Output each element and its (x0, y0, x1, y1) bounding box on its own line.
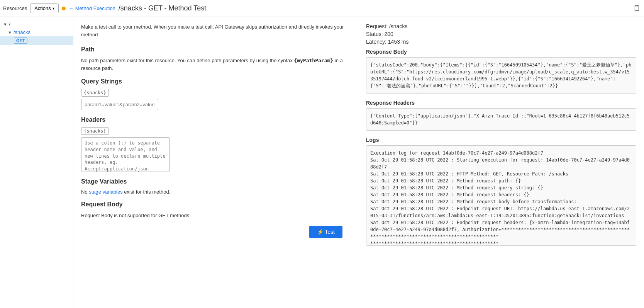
request-body-title: Request Body (81, 201, 350, 208)
response-headers-content: {"Content-Type":["application/json"],"X-… (366, 108, 636, 131)
response-body-content: {"statusCode":200,"body":{"Items":[{"id"… (366, 57, 636, 94)
query-strings-section: Query Strings {snacks} (81, 78, 350, 110)
status-label: Status: 200 (366, 31, 636, 37)
logs-label: Logs (366, 137, 636, 143)
stage-var-text-after: exist for this method. (123, 189, 171, 195)
method-execution-label: Method Execution (75, 5, 115, 11)
right-panel: Request: /snacks Status: 200 Latency: 14… (358, 17, 644, 308)
sidebar: ▼ / ▼ /snacks GET (0, 17, 73, 308)
response-body-label: Response Body (366, 49, 636, 55)
sidebar-item-root[interactable]: ▼ / (0, 20, 73, 28)
actions-button[interactable]: Actions ▾ (30, 3, 59, 13)
resources-label: Resources (3, 5, 27, 11)
stage-variables-link[interactable]: stage variables (89, 189, 122, 195)
path-section: Path No path parameters exist for this r… (81, 46, 350, 72)
intro-text: Make a test call to your method. When yo… (81, 23, 350, 38)
request-body-section: Request Body Request Body is not support… (81, 201, 350, 220)
headers-textarea[interactable] (81, 137, 170, 172)
test-button[interactable]: ⚡ Test (309, 226, 342, 238)
query-strings-label: {snacks} (81, 89, 109, 97)
page-title: /snacks - GET - Method Test (119, 4, 206, 12)
test-button-label: ⚡ Test (317, 229, 335, 235)
main-layout: ▼ / ▼ /snacks GET Make a test call to yo… (0, 17, 644, 308)
arrow-left-icon: ← (69, 5, 74, 11)
doc-icon[interactable]: 🗒 (633, 4, 641, 12)
stage-variables-section: Stage Variables No stage variables exist… (81, 178, 350, 195)
arrow-icon: ▼ (3, 22, 7, 27)
latency-label: Latency: 1453 ms (366, 39, 636, 45)
headers-title: Headers (81, 116, 350, 123)
headers-section: Headers {snacks} (81, 116, 350, 172)
stage-var-text-before: No (81, 189, 89, 195)
headers-label: {snacks} (81, 127, 109, 135)
query-strings-title: Query Strings (81, 78, 350, 85)
sidebar-item-get[interactable]: GET (0, 36, 73, 45)
stage-variables-title: Stage Variables (81, 178, 350, 185)
caret-icon: ▾ (53, 6, 54, 10)
request-body-desc: Request Body is not supported for GET me… (81, 212, 350, 220)
top-bar-right: 🗒 (633, 4, 641, 13)
actions-label: Actions (34, 5, 51, 11)
left-panel: Make a test call to your method. When yo… (73, 17, 358, 308)
method-execution-link[interactable]: ← Method Execution (69, 5, 115, 11)
get-badge[interactable]: GET (14, 37, 27, 44)
path-desc: No path parameters exist for this resour… (81, 57, 350, 72)
query-strings-input[interactable] (81, 99, 158, 110)
request-label: Request: /snacks (366, 23, 636, 29)
status-dot (62, 7, 66, 10)
snacks-label: /snacks (14, 29, 31, 35)
logs-content: Execution log for request 14abf0de-70c7-… (366, 145, 636, 246)
root-slash: / (9, 21, 10, 27)
test-btn-container: ⚡ Test (81, 226, 350, 238)
path-title: Path (81, 46, 350, 53)
top-bar-left: Resources Actions ▾ ← Method Execution /… (3, 3, 206, 13)
response-headers-label: Response Headers (366, 100, 636, 106)
sidebar-item-snacks[interactable]: ▼ /snacks (0, 28, 73, 36)
top-bar: Resources Actions ▾ ← Method Execution /… (0, 0, 644, 17)
stage-variables-text: No stage variables exist for this method… (81, 189, 350, 195)
arrow-icon: ▼ (8, 30, 12, 35)
content-area: Make a test call to your method. When yo… (73, 17, 644, 308)
